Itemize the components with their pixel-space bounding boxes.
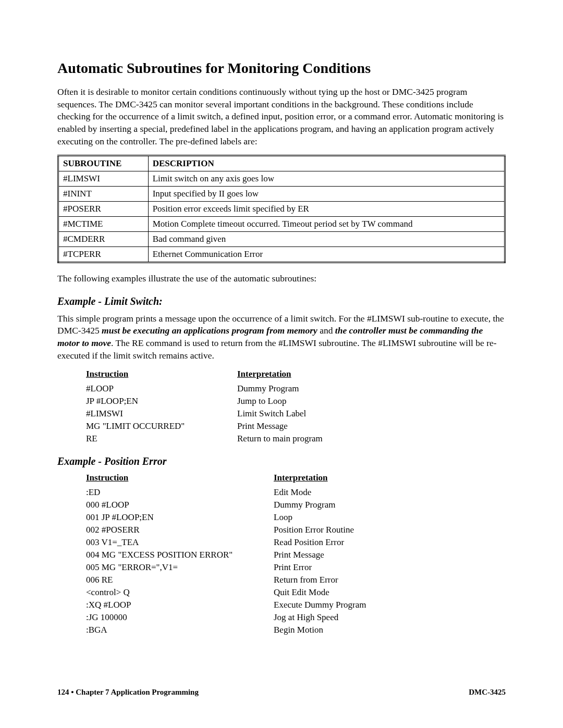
sub-cell: #MCTIME [58, 217, 149, 232]
interp-cell: Edit Mode [274, 486, 366, 499]
interp-cell: Return from Error [274, 574, 366, 586]
instr-cell: RE [86, 433, 237, 445]
interp-header: Interpretation [237, 369, 323, 382]
text: . The RE command is used to return from … [57, 338, 497, 361]
sub-cell: #ININT [58, 187, 149, 202]
instr-cell: 000 #LOOP [86, 499, 274, 511]
example2-instruction-table: Instruction Interpretation :EDEdit Mode … [86, 473, 366, 636]
instr-row: 002 #POSERRPosition Error Routine [86, 524, 366, 536]
instr-cell: 005 MG "ERROR=",V1= [86, 561, 274, 574]
instr-header: Instruction [86, 369, 237, 382]
table-row: #TCPERREthernet Communication Error [58, 247, 505, 263]
interp-cell: Quit Edit Mode [274, 586, 366, 599]
table-row: #ININTInput specified by II goes low [58, 187, 505, 202]
footer-left: 124 • Chapter 7 Application Programming [57, 688, 199, 697]
interp-cell: Execute Dummy Program [274, 599, 366, 611]
instr-row: :EDEdit Mode [86, 486, 366, 499]
sub-cell: #LIMSWI [58, 171, 149, 187]
instr-row: 004 MG "EXCESS POSITION ERROR"Print Mess… [86, 549, 366, 561]
desc-cell: Ethernet Communication Error [148, 247, 505, 263]
page-title: Automatic Subroutines for Monitoring Con… [57, 60, 506, 77]
example2-title: Example - Position Error [57, 455, 506, 467]
instr-cell: #LOOP [86, 382, 237, 395]
table-row: #MCTIMEMotion Complete timeout occurred.… [58, 217, 505, 232]
instr-row: #LOOPDummy Program [86, 382, 323, 395]
interp-cell: Jog at High Speed [274, 611, 366, 624]
instr-row: 006 REReturn from Error [86, 574, 366, 586]
interp-cell: Position Error Routine [274, 524, 366, 536]
example1-title: Example - Limit Switch: [57, 295, 506, 307]
table-row: #POSERRPosition error exceeds limit spec… [58, 202, 505, 217]
instr-cell: :XQ #LOOP [86, 599, 274, 611]
instr-cell: :ED [86, 486, 274, 499]
instr-row: 005 MG "ERROR=",V1=Print Error [86, 561, 366, 574]
instr-cell: :JG 100000 [86, 611, 274, 624]
instr-row: :XQ #LOOPExecute Dummy Program [86, 599, 366, 611]
interp-cell: Begin Motion [274, 624, 366, 636]
interp-cell: Jump to Loop [237, 395, 323, 408]
instr-row: :JG 100000Jog at High Speed [86, 611, 366, 624]
example1-paragraph: This simple program prints a message upo… [57, 313, 506, 362]
subroutine-table: SUBROUTINE DESCRIPTION #LIMSWILimit swit… [57, 155, 506, 263]
instr-row: #LIMSWILimit Switch Label [86, 408, 323, 420]
desc-cell: Limit switch on any axis goes low [148, 171, 505, 187]
example1-instruction-table: Instruction Interpretation #LOOPDummy Pr… [86, 369, 323, 445]
footer-right: DMC-3425 [469, 688, 506, 697]
desc-cell: Motion Complete timeout occurred. Timeou… [148, 217, 505, 232]
sub-cell: #POSERR [58, 202, 149, 217]
desc-cell: Input specified by II goes low [148, 187, 505, 202]
interp-header: Interpretation [274, 473, 366, 486]
interp-cell: Read Position Error [274, 536, 366, 549]
instr-row: 001 JP #LOOP;ENLoop [86, 511, 366, 524]
instr-cell: 002 #POSERR [86, 524, 274, 536]
table-header-subroutine: SUBROUTINE [58, 156, 149, 171]
instr-row: :BGABegin Motion [86, 624, 366, 636]
instr-cell: MG "LIMIT OCCURRED" [86, 420, 237, 433]
page: Automatic Subroutines for Monitoring Con… [0, 0, 563, 728]
desc-cell: Position error exceeds limit specified b… [148, 202, 505, 217]
page-footer: 124 • Chapter 7 Application Programming … [57, 688, 506, 697]
table-row: #CMDERRBad command given [58, 232, 505, 247]
instr-row: 003 V1=_TEARead Position Error [86, 536, 366, 549]
sub-cell: #CMDERR [58, 232, 149, 247]
instr-row: MG "LIMIT OCCURRED"Print Message [86, 420, 323, 433]
sub-cell: #TCPERR [58, 247, 149, 263]
instr-row: <control> QQuit Edit Mode [86, 586, 366, 599]
text: and [317, 325, 335, 336]
instr-row: 000 #LOOPDummy Program [86, 499, 366, 511]
after-table-text: The following examples illustrate the us… [57, 273, 506, 285]
interp-cell: Print Message [237, 420, 323, 433]
intro-paragraph: Often it is desirable to monitor certain… [57, 86, 506, 147]
instr-cell: 003 V1=_TEA [86, 536, 274, 549]
instr-cell: 001 JP #LOOP;EN [86, 511, 274, 524]
table-row: #LIMSWILimit switch on any axis goes low [58, 171, 505, 187]
interp-cell: Limit Switch Label [237, 408, 323, 420]
emph-text: must be executing an applications progra… [102, 325, 317, 336]
instr-cell: <control> Q [86, 586, 274, 599]
desc-cell: Bad command given [148, 232, 505, 247]
instr-row: JP #LOOP;ENJump to Loop [86, 395, 323, 408]
instr-header: Instruction [86, 473, 274, 486]
table-header-description: DESCRIPTION [148, 156, 505, 171]
instr-cell: :BGA [86, 624, 274, 636]
instr-cell: #LIMSWI [86, 408, 237, 420]
interp-cell: Return to main program [237, 433, 323, 445]
interp-cell: Loop [274, 511, 366, 524]
instr-cell: 004 MG "EXCESS POSITION ERROR" [86, 549, 274, 561]
interp-cell: Print Message [274, 549, 366, 561]
interp-cell: Dummy Program [237, 382, 323, 395]
interp-cell: Print Error [274, 561, 366, 574]
instr-cell: 006 RE [86, 574, 274, 586]
instr-cell: JP #LOOP;EN [86, 395, 237, 408]
interp-cell: Dummy Program [274, 499, 366, 511]
instr-row: REReturn to main program [86, 433, 323, 445]
